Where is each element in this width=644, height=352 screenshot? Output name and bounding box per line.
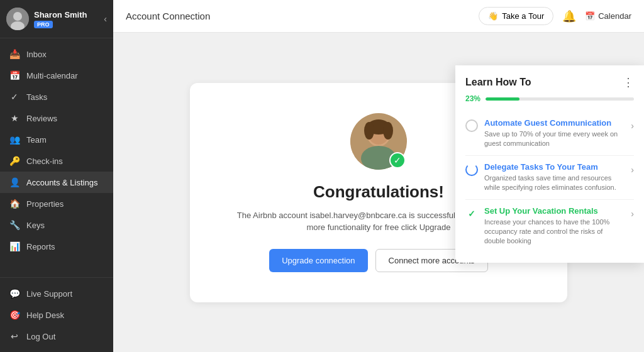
learn-item-status-icon-vacation: ✓: [465, 207, 478, 220]
sidebar-user: Sharon Smith PRO: [6, 8, 87, 30]
learn-item-delegate[interactable]: Delegate Tasks To Your Team Organized ta…: [465, 155, 634, 199]
tour-emoji: 👋: [488, 11, 498, 21]
sidebar-label-log-out: Log Out: [26, 332, 55, 341]
sidebar-label-accounts-listings: Accounts & Listings: [26, 178, 97, 187]
avatar: [6, 8, 29, 30]
check-ins-icon: 🔑: [9, 156, 20, 166]
page-title: Account Connection: [126, 11, 210, 21]
calendar-button[interactable]: 📅 Calendar: [585, 11, 631, 21]
learn-panel-title: Learn How To: [465, 77, 531, 88]
sidebar-label-properties: Properties: [26, 199, 64, 209]
check-badge-icon: ✓: [389, 152, 406, 168]
learn-item-status-icon-automate: [465, 119, 478, 132]
learn-item-arrow-automate: ›: [631, 121, 634, 131]
topbar: Account Connection 👋 Take a Tour 🔔 📅 Cal…: [113, 0, 644, 33]
learn-item-title-automate: Automate Guest Communication: [484, 118, 625, 128]
learn-panel-menu-icon[interactable]: ⋮: [623, 75, 634, 89]
profile-avatar-container: ✓: [350, 113, 407, 170]
multi-calendar-icon: 📅: [9, 70, 20, 80]
sidebar-label-tasks: Tasks: [26, 92, 47, 102]
learn-item-body-vacation: Set Up Your Vacation Rentals Increase yo…: [484, 206, 625, 246]
sidebar-username: Sharon Smith: [34, 10, 87, 19]
sidebar-header: Sharon Smith PRO ‹: [0, 0, 113, 38]
progress-row: 23%: [465, 94, 634, 103]
take-a-tour-button[interactable]: 👋 Take a Tour: [479, 7, 553, 25]
reports-icon: 📊: [9, 241, 20, 251]
calendar-icon: 📅: [585, 11, 595, 21]
progress-percentage: 23%: [465, 94, 480, 103]
sidebar-item-properties[interactable]: 🏠 Properties: [0, 193, 113, 214]
sidebar-label-team: Team: [26, 135, 47, 145]
sidebar-label-reviews: Reviews: [26, 114, 57, 123]
sidebar-item-accounts-listings[interactable]: 👤 Accounts & Listings: [0, 172, 113, 193]
learn-item-desc-automate: Save up to 70% of your time every week o…: [484, 129, 625, 149]
upgrade-connection-button[interactable]: Upgrade connection: [269, 249, 367, 272]
help-desk-icon: 🎯: [9, 310, 20, 320]
sidebar-item-multi-calendar[interactable]: 📅 Multi-calendar: [0, 65, 113, 86]
accounts-listings-icon: 👤: [9, 177, 20, 187]
learn-item-desc-vacation: Increase your chances to have the 100% o…: [484, 217, 625, 246]
sidebar-item-tasks[interactable]: ✓ Tasks: [0, 86, 113, 107]
learn-item-body-delegate: Delegate Tasks To Your Team Organized ta…: [484, 162, 625, 193]
learn-item-automate[interactable]: Automate Guest Communication Save up to …: [465, 112, 634, 155]
svg-point-9: [383, 122, 393, 140]
learn-items-list: Automate Guest Communication Save up to …: [465, 112, 634, 253]
learn-item-arrow-vacation: ›: [631, 209, 634, 219]
sidebar-item-reviews[interactable]: ★ Reviews: [0, 107, 113, 129]
sidebar-item-check-ins[interactable]: 🔑 Check-ins: [0, 150, 113, 172]
keys-icon: 🔧: [9, 220, 20, 230]
svg-point-1: [13, 12, 22, 21]
learn-how-to-panel: Learn How To ⋮ 23% Automate Guest Commun…: [455, 65, 644, 263]
learn-item-title-delegate: Delegate Tasks To Your Team: [484, 162, 625, 172]
sidebar-item-keys[interactable]: 🔧 Keys: [0, 214, 113, 236]
reviews-icon: ★: [9, 113, 20, 123]
sidebar-item-log-out[interactable]: ↩ Log Out: [0, 326, 113, 347]
tour-label: Take a Tour: [502, 11, 544, 21]
sidebar-item-live-support[interactable]: 💬 Live Support: [0, 283, 113, 304]
sidebar-nav: 📥 Inbox 📅 Multi-calendar ✓ Tasks ★ Revie…: [0, 38, 113, 277]
collapse-sidebar-button[interactable]: ‹: [104, 14, 107, 24]
learn-item-arrow-delegate: ›: [631, 165, 634, 175]
sidebar-item-inbox[interactable]: 📥 Inbox: [0, 43, 113, 65]
learn-item-body-automate: Automate Guest Communication Save up to …: [484, 118, 625, 149]
learn-item-desc-delegate: Organized tasks save time and resources …: [484, 173, 625, 193]
learn-item-vacation[interactable]: ✓ Set Up Your Vacation Rentals Increase …: [465, 199, 634, 253]
calendar-label: Calendar: [598, 11, 631, 21]
sidebar-label-inbox: Inbox: [26, 50, 47, 59]
inbox-icon: 📥: [9, 49, 20, 59]
sidebar-bottom: 💬 Live Support 🎯 Help Desk ↩ Log Out: [0, 277, 113, 352]
sidebar-label-keys: Keys: [26, 221, 45, 230]
live-support-icon: 💬: [9, 289, 20, 299]
learn-item-status-icon-delegate: [465, 163, 478, 176]
notification-bell-icon[interactable]: 🔔: [562, 9, 576, 23]
team-icon: 👥: [9, 135, 20, 145]
sidebar: Sharon Smith PRO ‹ 📥 Inbox 📅 Multi-calen…: [0, 0, 113, 352]
pro-badge: PRO: [34, 21, 53, 28]
topbar-actions: 👋 Take a Tour 🔔 📅 Calendar: [479, 7, 631, 25]
log-out-icon: ↩: [9, 331, 20, 341]
learn-panel-header: Learn How To ⋮: [465, 75, 634, 89]
sidebar-label-reports: Reports: [26, 242, 55, 251]
sidebar-item-team[interactable]: 👥 Team: [0, 129, 113, 150]
sidebar-label-multi-calendar: Multi-calendar: [26, 71, 78, 80]
sidebar-label-check-ins: Check-ins: [26, 157, 63, 166]
sidebar-item-help-desk[interactable]: 🎯 Help Desk: [0, 304, 113, 326]
main-area: Account Connection 👋 Take a Tour 🔔 📅 Cal…: [113, 0, 644, 352]
sidebar-label-live-support: Live Support: [26, 289, 72, 299]
progress-bar-background: [486, 97, 634, 101]
sidebar-user-info: Sharon Smith PRO: [34, 10, 87, 28]
learn-item-title-vacation: Set Up Your Vacation Rentals: [484, 206, 625, 216]
svg-point-8: [364, 122, 374, 140]
tasks-icon: ✓: [9, 92, 20, 102]
sidebar-item-reports[interactable]: 📊 Reports: [0, 236, 113, 257]
progress-bar-fill: [486, 97, 519, 101]
sidebar-label-help-desk: Help Desk: [26, 311, 64, 320]
main-content: ✓ Congratulations! The Airbnb account is…: [113, 33, 644, 352]
properties-icon: 🏠: [9, 199, 20, 209]
